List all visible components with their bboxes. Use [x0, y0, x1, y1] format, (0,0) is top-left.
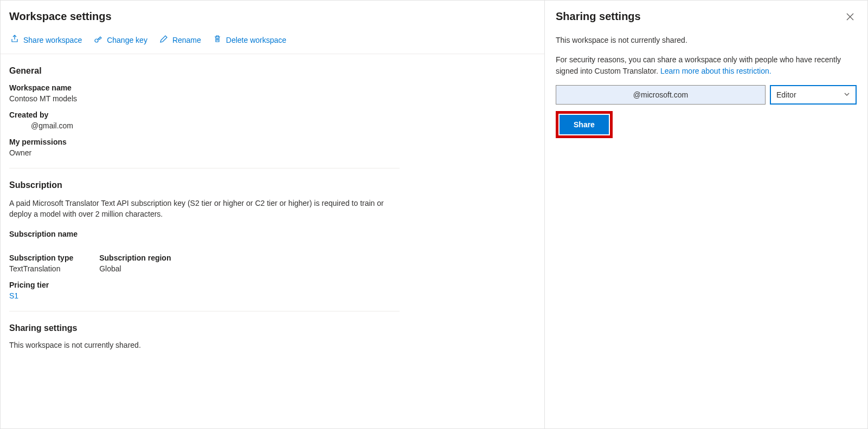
- change-key-button[interactable]: Change key: [93, 32, 149, 47]
- email-input[interactable]: [556, 85, 766, 105]
- page-title: Workspace settings: [9, 10, 536, 23]
- sharing-title: Sharing settings: [9, 323, 400, 333]
- section-sharing: Sharing settings This workspace is not c…: [9, 311, 400, 360]
- chevron-down-icon: [844, 90, 850, 99]
- section-subscription: Subscription A paid Microsoft Translator…: [9, 168, 400, 311]
- subscription-region-value: Global: [99, 264, 171, 273]
- subscription-type-value: TextTranslation: [9, 264, 73, 273]
- close-button[interactable]: [844, 10, 857, 25]
- sharing-status: This workspace is not currently shared.: [9, 341, 400, 349]
- content-area: General Workspace name Contoso MT models…: [1, 54, 544, 369]
- sharing-panel: Sharing settings This workspace is not c…: [545, 1, 867, 428]
- main-panel: Workspace settings Share workspace Chang…: [1, 1, 545, 428]
- panel-info: For security reasons, you can share a wo…: [556, 54, 857, 76]
- section-general: General Workspace name Contoso MT models…: [9, 54, 400, 168]
- key-icon: [94, 35, 102, 45]
- panel-title: Sharing settings: [556, 10, 641, 23]
- share-workspace-label: Share workspace: [23, 36, 82, 44]
- change-key-label: Change key: [107, 36, 147, 44]
- pricing-tier-value: S1: [9, 291, 400, 300]
- subscription-columns: Subscription type TextTranslation Subscr…: [9, 253, 400, 273]
- subscription-description: A paid Microsoft Translator Text API sub…: [9, 198, 400, 220]
- created-by-label: Created by: [9, 110, 400, 119]
- subscription-region-col: Subscription region Global: [99, 253, 171, 273]
- general-title: General: [9, 66, 400, 76]
- share-workspace-button[interactable]: Share workspace: [9, 32, 83, 47]
- subscription-name-label: Subscription name: [9, 230, 400, 238]
- role-select[interactable]: Editor: [770, 85, 857, 105]
- share-row: Editor: [556, 85, 857, 105]
- panel-header: Sharing settings: [556, 10, 857, 25]
- pricing-tier-label: Pricing tier: [9, 281, 400, 289]
- permissions-value: Owner: [9, 148, 400, 157]
- close-icon: [846, 15, 854, 23]
- share-button-highlight: Share: [556, 111, 613, 138]
- panel-status: This workspace is not currently shared.: [556, 35, 857, 46]
- rename-label: Rename: [172, 36, 201, 44]
- share-icon: [10, 35, 19, 45]
- permissions-label: My permissions: [9, 138, 400, 146]
- subscription-region-label: Subscription region: [99, 253, 171, 262]
- main-header: Workspace settings: [1, 1, 544, 29]
- created-by-value: @gmail.com: [9, 121, 400, 130]
- delete-workspace-label: Delete workspace: [226, 36, 286, 44]
- delete-workspace-button[interactable]: Delete workspace: [212, 32, 287, 47]
- app-container: Workspace settings Share workspace Chang…: [0, 0, 868, 429]
- rename-button[interactable]: Rename: [158, 32, 202, 47]
- edit-icon: [159, 35, 168, 45]
- learn-more-link[interactable]: Learn more about this restriction.: [660, 67, 771, 75]
- trash-icon: [213, 35, 222, 45]
- workspace-name-value: Contoso MT models: [9, 94, 400, 103]
- workspace-name-label: Workspace name: [9, 83, 400, 92]
- role-select-value: Editor: [776, 90, 796, 99]
- share-button[interactable]: Share: [560, 115, 609, 134]
- subscription-type-label: Subscription type: [9, 253, 73, 262]
- subscription-title: Subscription: [9, 180, 400, 190]
- actions-bar: Share workspace Change key Rename: [1, 29, 544, 54]
- subscription-type-col: Subscription type TextTranslation: [9, 253, 73, 273]
